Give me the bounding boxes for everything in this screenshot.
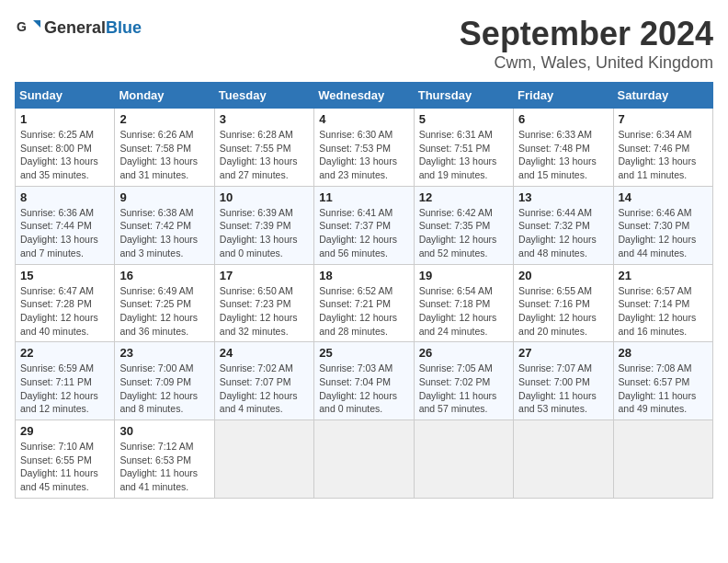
- calendar-cell: 13Sunrise: 6:44 AMSunset: 7:32 PMDayligh…: [514, 186, 613, 264]
- day-number: 23: [119, 346, 209, 360]
- day-detail: Sunrise: 7:10 AMSunset: 6:55 PMDaylight:…: [20, 440, 109, 494]
- day-detail: Sunrise: 6:31 AMSunset: 7:51 PMDaylight:…: [419, 128, 508, 182]
- day-detail: Sunrise: 6:36 AMSunset: 7:44 PMDaylight:…: [20, 206, 109, 260]
- calendar-cell: 26Sunrise: 7:05 AMSunset: 7:02 PMDayligh…: [414, 342, 513, 420]
- page-header: G GeneralBlue September 2024 Cwm, Wales,…: [15, 15, 713, 73]
- day-detail: Sunrise: 7:07 AMSunset: 7:00 PMDaylight:…: [518, 362, 608, 416]
- day-number: 14: [619, 190, 708, 204]
- logo-general: General: [44, 18, 106, 37]
- calendar-cell: 16Sunrise: 6:49 AMSunset: 7:25 PMDayligh…: [115, 264, 214, 342]
- day-detail: Sunrise: 7:08 AMSunset: 6:57 PMDaylight:…: [619, 362, 708, 416]
- day-number: 10: [220, 190, 309, 204]
- calendar-cell: 5Sunrise: 6:31 AMSunset: 7:51 PMDaylight…: [414, 109, 513, 187]
- calendar-cell: [613, 420, 712, 499]
- calendar-cell: 25Sunrise: 7:03 AMSunset: 7:04 PMDayligh…: [314, 342, 414, 420]
- day-number: 27: [518, 346, 608, 360]
- weekday-header-thursday: Thursday: [414, 83, 513, 109]
- logo: G GeneralBlue: [15, 15, 142, 40]
- weekday-header-tuesday: Tuesday: [214, 83, 313, 109]
- day-detail: Sunrise: 6:38 AMSunset: 7:42 PMDaylight:…: [119, 206, 209, 260]
- weekday-header-friday: Friday: [514, 83, 613, 109]
- calendar-cell: 11Sunrise: 6:41 AMSunset: 7:37 PMDayligh…: [314, 186, 414, 264]
- calendar-cell: [214, 420, 313, 499]
- calendar-week-2: 8Sunrise: 6:36 AMSunset: 7:44 PMDaylight…: [16, 186, 713, 264]
- day-number: 2: [119, 112, 209, 126]
- weekday-header-wednesday: Wednesday: [314, 83, 414, 109]
- calendar-cell: 27Sunrise: 7:07 AMSunset: 7:00 PMDayligh…: [514, 342, 613, 420]
- weekday-header-sunday: Sunday: [16, 83, 115, 109]
- weekday-header-row: SundayMondayTuesdayWednesdayThursdayFrid…: [16, 83, 713, 109]
- calendar-cell: 21Sunrise: 6:57 AMSunset: 7:14 PMDayligh…: [613, 264, 712, 342]
- day-number: 8: [20, 190, 109, 204]
- weekday-header-saturday: Saturday: [613, 83, 712, 109]
- svg-marker-1: [33, 20, 40, 28]
- day-number: 25: [319, 346, 408, 360]
- calendar-cell: 14Sunrise: 6:46 AMSunset: 7:30 PMDayligh…: [613, 186, 712, 264]
- day-detail: Sunrise: 7:05 AMSunset: 7:02 PMDaylight:…: [419, 362, 508, 416]
- day-number: 7: [619, 112, 708, 126]
- day-number: 5: [419, 112, 508, 126]
- day-number: 12: [419, 190, 508, 204]
- day-number: 18: [319, 269, 408, 282]
- day-number: 15: [20, 269, 109, 282]
- calendar-cell: 17Sunrise: 6:50 AMSunset: 7:23 PMDayligh…: [214, 264, 313, 342]
- calendar-cell: 23Sunrise: 7:00 AMSunset: 7:09 PMDayligh…: [115, 342, 214, 420]
- calendar-cell: 19Sunrise: 6:54 AMSunset: 7:18 PMDayligh…: [414, 264, 513, 342]
- logo-blue: Blue: [106, 18, 142, 37]
- title-block: September 2024 Cwm, Wales, United Kingdo…: [460, 15, 713, 73]
- calendar-cell: 4Sunrise: 6:30 AMSunset: 7:53 PMDaylight…: [314, 109, 414, 187]
- day-detail: Sunrise: 7:02 AMSunset: 7:07 PMDaylight:…: [220, 362, 309, 416]
- day-detail: Sunrise: 6:55 AMSunset: 7:16 PMDaylight:…: [518, 284, 608, 339]
- day-number: 3: [220, 112, 309, 126]
- day-detail: Sunrise: 6:54 AMSunset: 7:18 PMDaylight:…: [419, 284, 508, 339]
- calendar-cell: 3Sunrise: 6:28 AMSunset: 7:55 PMDaylight…: [214, 109, 313, 187]
- calendar-cell: 12Sunrise: 6:42 AMSunset: 7:35 PMDayligh…: [414, 186, 513, 264]
- day-number: 30: [119, 424, 209, 438]
- day-number: 26: [419, 346, 508, 360]
- calendar-cell: 8Sunrise: 6:36 AMSunset: 7:44 PMDaylight…: [16, 186, 115, 264]
- day-number: 17: [220, 269, 309, 282]
- calendar-body: 1Sunrise: 6:25 AMSunset: 8:00 PMDaylight…: [16, 109, 713, 499]
- calendar-cell: 24Sunrise: 7:02 AMSunset: 7:07 PMDayligh…: [214, 342, 313, 420]
- day-number: 11: [319, 190, 408, 204]
- day-detail: Sunrise: 7:12 AMSunset: 6:53 PMDaylight:…: [119, 440, 209, 494]
- day-number: 24: [220, 346, 309, 360]
- calendar-cell: 10Sunrise: 6:39 AMSunset: 7:39 PMDayligh…: [214, 186, 313, 264]
- calendar-week-4: 22Sunrise: 6:59 AMSunset: 7:11 PMDayligh…: [16, 342, 713, 420]
- day-detail: Sunrise: 6:39 AMSunset: 7:39 PMDaylight:…: [220, 206, 309, 260]
- calendar-table: SundayMondayTuesdayWednesdayThursdayFrid…: [15, 82, 713, 499]
- day-detail: Sunrise: 6:34 AMSunset: 7:46 PMDaylight:…: [619, 128, 708, 182]
- day-detail: Sunrise: 6:47 AMSunset: 7:28 PMDaylight:…: [20, 284, 109, 339]
- calendar-cell: 18Sunrise: 6:52 AMSunset: 7:21 PMDayligh…: [314, 264, 414, 342]
- day-detail: Sunrise: 6:42 AMSunset: 7:35 PMDaylight:…: [419, 206, 508, 260]
- day-number: 9: [119, 190, 209, 204]
- calendar-cell: 9Sunrise: 6:38 AMSunset: 7:42 PMDaylight…: [115, 186, 214, 264]
- day-number: 19: [419, 269, 508, 282]
- calendar-cell: 28Sunrise: 7:08 AMSunset: 6:57 PMDayligh…: [613, 342, 712, 420]
- day-detail: Sunrise: 6:52 AMSunset: 7:21 PMDaylight:…: [319, 284, 408, 339]
- day-detail: Sunrise: 7:03 AMSunset: 7:04 PMDaylight:…: [319, 362, 408, 416]
- day-number: 13: [518, 190, 608, 204]
- day-detail: Sunrise: 6:41 AMSunset: 7:37 PMDaylight:…: [319, 206, 408, 260]
- day-detail: Sunrise: 6:28 AMSunset: 7:55 PMDaylight:…: [220, 128, 309, 182]
- calendar-cell: 30Sunrise: 7:12 AMSunset: 6:53 PMDayligh…: [115, 420, 214, 499]
- svg-text:G: G: [17, 19, 27, 34]
- day-number: 6: [518, 112, 608, 126]
- day-detail: Sunrise: 6:33 AMSunset: 7:48 PMDaylight:…: [518, 128, 608, 182]
- day-detail: Sunrise: 7:00 AMSunset: 7:09 PMDaylight:…: [119, 362, 209, 416]
- day-number: 22: [20, 346, 109, 360]
- calendar-cell: [514, 420, 613, 499]
- calendar-cell: [314, 420, 414, 499]
- day-detail: Sunrise: 6:49 AMSunset: 7:25 PMDaylight:…: [119, 284, 209, 339]
- day-number: 4: [319, 112, 408, 126]
- day-detail: Sunrise: 6:59 AMSunset: 7:11 PMDaylight:…: [20, 362, 109, 416]
- calendar-cell: 20Sunrise: 6:55 AMSunset: 7:16 PMDayligh…: [514, 264, 613, 342]
- day-number: 16: [119, 269, 209, 282]
- calendar-week-5: 29Sunrise: 7:10 AMSunset: 6:55 PMDayligh…: [16, 420, 713, 499]
- day-number: 29: [20, 424, 109, 438]
- calendar-cell: 1Sunrise: 6:25 AMSunset: 8:00 PMDaylight…: [16, 109, 115, 187]
- logo-icon: G: [15, 15, 40, 40]
- calendar-cell: 7Sunrise: 6:34 AMSunset: 7:46 PMDaylight…: [613, 109, 712, 187]
- calendar-week-3: 15Sunrise: 6:47 AMSunset: 7:28 PMDayligh…: [16, 264, 713, 342]
- day-detail: Sunrise: 6:25 AMSunset: 8:00 PMDaylight:…: [20, 128, 109, 182]
